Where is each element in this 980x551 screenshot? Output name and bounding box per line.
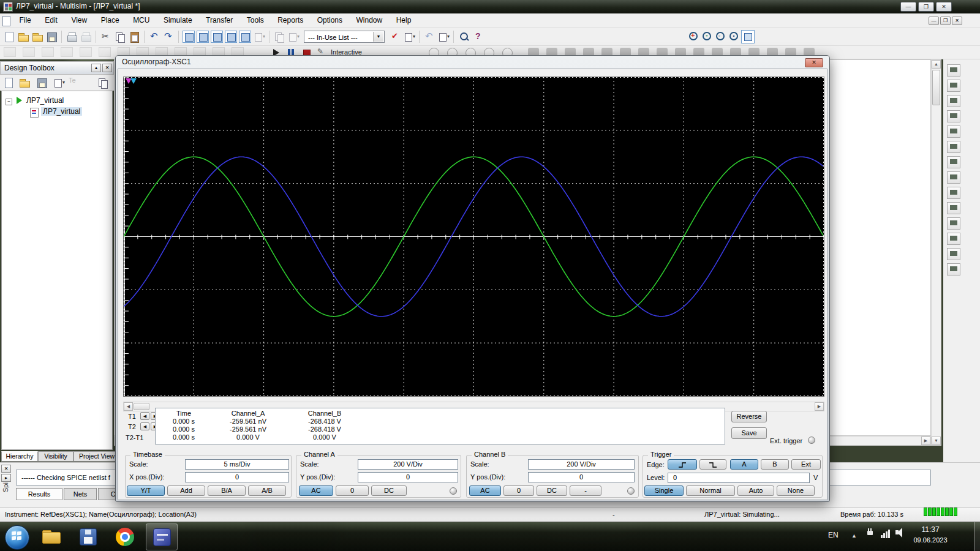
help-icon[interactable] bbox=[472, 31, 484, 43]
instrument-icon[interactable] bbox=[947, 233, 960, 245]
language-indicator[interactable]: EN bbox=[828, 531, 839, 539]
graph-annotate-icon[interactable] bbox=[273, 31, 285, 43]
open-file-icon[interactable] bbox=[17, 31, 29, 43]
toolbox-snapshot-icon[interactable] bbox=[97, 77, 109, 89]
close-button[interactable]: ✕ bbox=[936, 2, 952, 12]
component-group-icon[interactable] bbox=[23, 47, 35, 57]
toolbox-open-icon[interactable] bbox=[18, 77, 31, 89]
menu-reports[interactable]: Reports bbox=[272, 13, 309, 28]
trigger-auto-button[interactable]: Auto bbox=[737, 485, 774, 496]
trigger-normal-button[interactable]: Normal bbox=[686, 485, 735, 496]
in-use-list-dropdown[interactable]: --- In-Use List --- ▼ bbox=[304, 31, 385, 43]
show-desktop-button[interactable] bbox=[974, 522, 980, 551]
cut-icon[interactable] bbox=[100, 31, 112, 43]
tab-visibility[interactable]: Visibility bbox=[38, 451, 74, 462]
tab-project-view[interactable]: Project View bbox=[74, 451, 120, 462]
menu-options[interactable]: Options bbox=[312, 13, 348, 28]
toolbox-collapse-icon[interactable]: ▴ bbox=[91, 64, 101, 72]
instrument-icon[interactable] bbox=[947, 187, 960, 199]
timebase-add-button[interactable]: Add bbox=[167, 485, 205, 496]
grapher-toggle-icon[interactable] bbox=[225, 31, 237, 43]
mdi-restore-button[interactable]: ❐ bbox=[940, 17, 951, 25]
channel-b-ac-button[interactable]: AC bbox=[469, 485, 501, 496]
zoom-out-icon[interactable] bbox=[701, 30, 714, 43]
instrument-icon[interactable] bbox=[947, 263, 960, 276]
menu-transfer[interactable]: Transfer bbox=[200, 13, 238, 28]
toolbox-rename-icon[interactable] bbox=[53, 77, 65, 89]
tab-hierarchy[interactable]: Hierarchy bbox=[1, 451, 38, 462]
oscilloscope-close-icon[interactable]: ✕ bbox=[805, 58, 823, 67]
network-signal-icon[interactable] bbox=[881, 527, 892, 538]
timebase-ba-button[interactable]: B/A bbox=[208, 485, 246, 496]
undo-icon[interactable] bbox=[148, 31, 160, 43]
database-manager-toggle-icon[interactable] bbox=[211, 31, 223, 43]
channel-b-ypos-field[interactable]: 0 bbox=[528, 472, 635, 482]
postprocessor-icon[interactable] bbox=[287, 31, 300, 43]
reverse-button[interactable]: Reverse bbox=[731, 411, 767, 422]
channel-b-zero-button[interactable]: 0 bbox=[503, 485, 534, 496]
minimize-button[interactable]: — bbox=[900, 2, 916, 12]
taskbar-explorer-icon[interactable] bbox=[36, 523, 67, 550]
instrument-icon[interactable] bbox=[947, 217, 960, 230]
design-toolbox-toggle-icon[interactable] bbox=[183, 31, 195, 43]
toolbox-save-icon[interactable] bbox=[36, 77, 48, 89]
menu-mcu[interactable]: MCU bbox=[127, 13, 155, 28]
erc-check-icon[interactable] bbox=[389, 31, 401, 43]
mdi-minimize-button[interactable]: — bbox=[929, 17, 939, 25]
menu-simulate[interactable]: Simulate bbox=[158, 13, 198, 28]
design-toolbox-header[interactable]: Design Toolbox ▴ ✕ bbox=[0, 61, 114, 75]
ext-trigger-terminal-icon[interactable] bbox=[808, 437, 815, 444]
taskbar-app-icon[interactable] bbox=[72, 523, 104, 550]
zoom-in-icon[interactable] bbox=[687, 30, 701, 43]
canvas-vertical-scrollbar[interactable]: ▲ ▼ bbox=[931, 59, 941, 446]
instrument-icon[interactable] bbox=[947, 141, 960, 153]
cursor-2-flag-icon[interactable] bbox=[130, 78, 137, 84]
trigger-level-field[interactable]: 0 bbox=[668, 473, 810, 483]
paste-icon[interactable] bbox=[128, 31, 140, 43]
channel-a-ac-button[interactable]: AC bbox=[299, 485, 333, 496]
menu-view[interactable]: View bbox=[66, 13, 92, 28]
channel-a-zero-button[interactable]: 0 bbox=[336, 485, 369, 496]
menu-edit[interactable]: Edit bbox=[39, 13, 63, 28]
channel-a-scale-field[interactable]: 200 V/Div bbox=[358, 459, 458, 470]
instrument-icon[interactable] bbox=[947, 202, 960, 214]
tree-root-item[interactable]: ЛР7_virtual bbox=[26, 96, 64, 105]
export-to-pcb-icon[interactable] bbox=[403, 31, 415, 43]
trigger-falling-edge-icon[interactable] bbox=[699, 459, 726, 470]
power-plug-icon[interactable] bbox=[866, 527, 875, 538]
tab-results[interactable]: Results bbox=[16, 488, 62, 500]
t1-left-icon[interactable]: ◀ bbox=[140, 412, 149, 420]
trigger-rising-edge-icon[interactable] bbox=[668, 459, 697, 470]
title-bar[interactable]: ЛР7_virtual - Multisim - [ЛР7_virtual *]… bbox=[0, 0, 980, 13]
clock-date[interactable]: 09.06.2023 bbox=[908, 536, 953, 544]
zoom-selection-icon[interactable] bbox=[714, 30, 728, 43]
trigger-source-a-button[interactable]: A bbox=[730, 459, 758, 470]
trigger-none-button[interactable]: None bbox=[777, 485, 815, 496]
open-sample-icon[interactable] bbox=[31, 31, 43, 43]
instrument-icon[interactable] bbox=[947, 110, 960, 122]
volume-icon[interactable] bbox=[895, 527, 905, 538]
trigger-single-button[interactable]: Single bbox=[644, 485, 684, 496]
tab-nets[interactable]: Nets bbox=[64, 488, 97, 500]
menu-place[interactable]: Place bbox=[96, 13, 125, 28]
dropdown-arrow-icon[interactable]: ▼ bbox=[373, 32, 383, 42]
channel-b-dc-button[interactable]: DC bbox=[537, 485, 567, 496]
tree-child-item[interactable]: ЛР7_virtual bbox=[41, 107, 82, 116]
instrument-icon[interactable] bbox=[947, 95, 960, 107]
instrument-icon[interactable] bbox=[947, 80, 960, 92]
toolbox-close-icon[interactable]: ✕ bbox=[102, 64, 112, 72]
clock-time[interactable]: 11:37 bbox=[911, 525, 949, 534]
trigger-source-ext-button[interactable]: Ext bbox=[791, 459, 821, 470]
timebase-scale-field[interactable]: 5 ms/Div bbox=[185, 459, 289, 470]
component-group-icon[interactable] bbox=[80, 47, 92, 57]
copy-icon[interactable] bbox=[114, 31, 126, 43]
trigger-level-unit[interactable]: V bbox=[813, 474, 818, 481]
tree-expander-icon[interactable]: − bbox=[6, 99, 12, 105]
spreadsheet-view-toggle-icon[interactable] bbox=[197, 31, 209, 43]
channel-a-dc-button[interactable]: DC bbox=[371, 485, 407, 496]
instrument-icon[interactable] bbox=[947, 126, 960, 138]
save-icon[interactable] bbox=[45, 31, 58, 43]
trigger-source-b-button[interactable]: B bbox=[761, 459, 789, 470]
channel-b-minus-button[interactable]: - bbox=[570, 485, 601, 496]
tray-expand-icon[interactable]: ▲ bbox=[851, 533, 857, 539]
